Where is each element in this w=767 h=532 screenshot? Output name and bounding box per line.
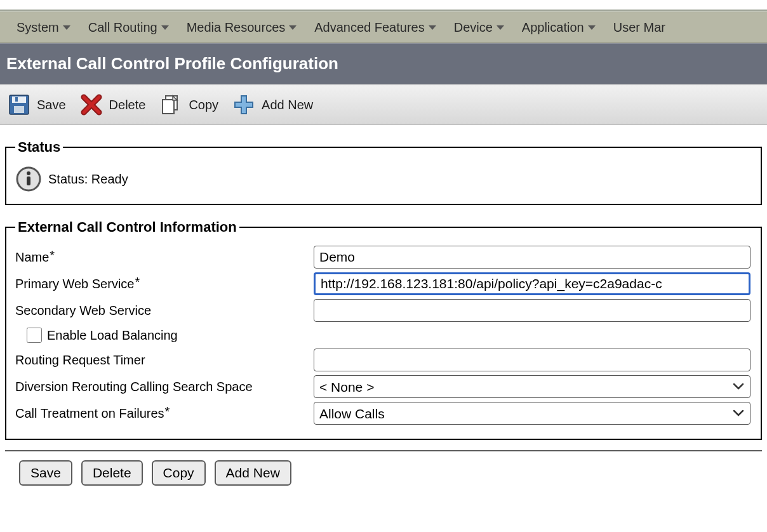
copy-button[interactable]: Copy — [159, 93, 218, 116]
menu-label: Call Routing — [88, 20, 157, 35]
menu-user-management[interactable]: User Mar — [604, 12, 678, 43]
save-button-bottom[interactable]: Save — [19, 460, 72, 486]
menubar: System Call Routing Media Resources Adva… — [0, 11, 767, 43]
menu-label: Advanced Features — [314, 20, 424, 35]
status-fieldset: Status Status: Ready — [5, 139, 762, 205]
routing-timer-label: Routing Request Timer — [15, 353, 314, 368]
menu-label: User Mar — [613, 20, 665, 35]
menu-label: Application — [522, 20, 584, 35]
toolbar-label: Copy — [189, 98, 218, 112]
menu-advanced-features[interactable]: Advanced Features — [305, 12, 444, 43]
toolbar-label: Add New — [262, 98, 313, 112]
toolbar-label: Delete — [109, 98, 146, 112]
save-button[interactable]: Save — [8, 93, 66, 116]
menu-call-routing[interactable]: Call Routing — [79, 12, 178, 43]
toolbar: Save Delete Copy Add New — [0, 84, 767, 125]
form-fieldset: External Call Control Information Name P… — [5, 219, 762, 440]
primary-ws-input[interactable] — [314, 272, 750, 295]
delete-button[interactable]: Delete — [80, 93, 146, 116]
name-label: Name — [15, 250, 314, 265]
chevron-down-icon — [63, 25, 70, 30]
status-legend: Status — [15, 139, 63, 156]
save-icon — [8, 93, 30, 116]
routing-timer-input[interactable] — [314, 349, 750, 371]
plus-icon — [232, 93, 255, 116]
copy-icon — [159, 93, 182, 116]
svg-rect-3 — [15, 97, 18, 102]
copy-button-bottom[interactable]: Copy — [152, 460, 206, 486]
name-input[interactable] — [314, 246, 750, 269]
enable-lb-label: Enable Load Balancing — [47, 328, 178, 343]
svg-rect-8 — [27, 176, 30, 185]
chevron-down-icon — [429, 25, 436, 30]
chevron-down-icon — [497, 25, 504, 30]
enable-lb-checkbox[interactable] — [27, 328, 42, 343]
divider — [5, 450, 762, 451]
page-title: External Call Control Profile Configurat… — [0, 43, 767, 84]
bottom-button-bar: Save Delete Copy Add New — [0, 460, 767, 498]
add-new-button-bottom[interactable]: Add New — [215, 460, 291, 486]
menu-label: System — [17, 20, 59, 35]
chevron-down-icon — [588, 25, 596, 30]
add-new-button[interactable]: Add New — [232, 93, 313, 116]
chevron-down-icon — [289, 25, 297, 30]
chevron-down-icon — [161, 25, 169, 30]
svg-rect-5 — [163, 100, 174, 114]
menu-device[interactable]: Device — [445, 12, 513, 43]
menu-media-resources[interactable]: Media Resources — [178, 12, 306, 43]
secondary-ws-label: Secondary Web Service — [15, 303, 314, 318]
toolbar-label: Save — [37, 98, 66, 112]
top-strip — [0, 0, 767, 11]
form-legend: External Call Control Information — [15, 219, 239, 236]
svg-rect-2 — [14, 106, 24, 113]
menu-label: Device — [454, 20, 493, 35]
svg-point-7 — [27, 171, 30, 175]
delete-icon — [80, 93, 103, 116]
menu-application[interactable]: Application — [513, 12, 604, 43]
menu-system[interactable]: System — [8, 12, 79, 43]
menu-label: Media Resources — [187, 20, 286, 35]
svg-rect-1 — [12, 96, 26, 103]
diversion-css-select[interactable]: < None > — [314, 375, 750, 398]
primary-ws-label: Primary Web Service — [15, 277, 314, 291]
info-icon — [15, 166, 42, 192]
call-treatment-select[interactable]: Allow Calls — [314, 402, 750, 425]
diversion-css-label: Diversion Rerouting Calling Search Space — [15, 380, 314, 394]
call-treatment-label: Call Treatment on Failures — [15, 406, 314, 421]
secondary-ws-input[interactable] — [314, 299, 750, 322]
delete-button-bottom[interactable]: Delete — [81, 460, 143, 486]
status-text: Status: Ready — [48, 172, 128, 187]
